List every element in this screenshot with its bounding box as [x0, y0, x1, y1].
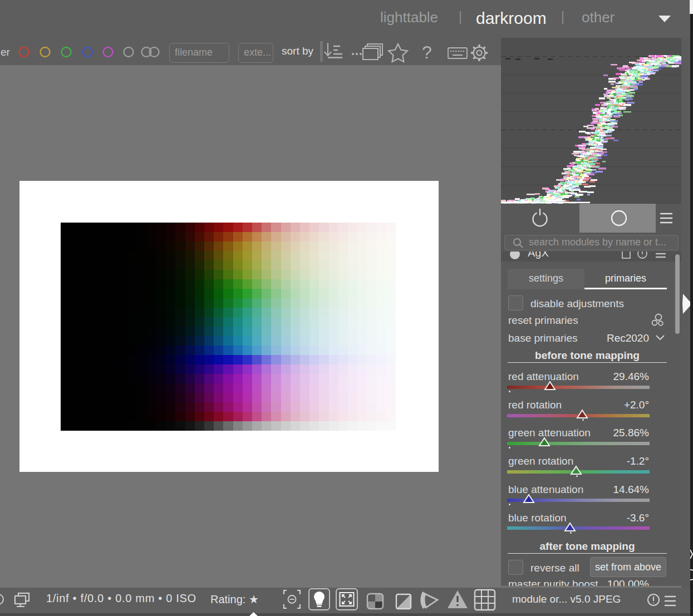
svg-text:?: ? — [422, 42, 432, 62]
